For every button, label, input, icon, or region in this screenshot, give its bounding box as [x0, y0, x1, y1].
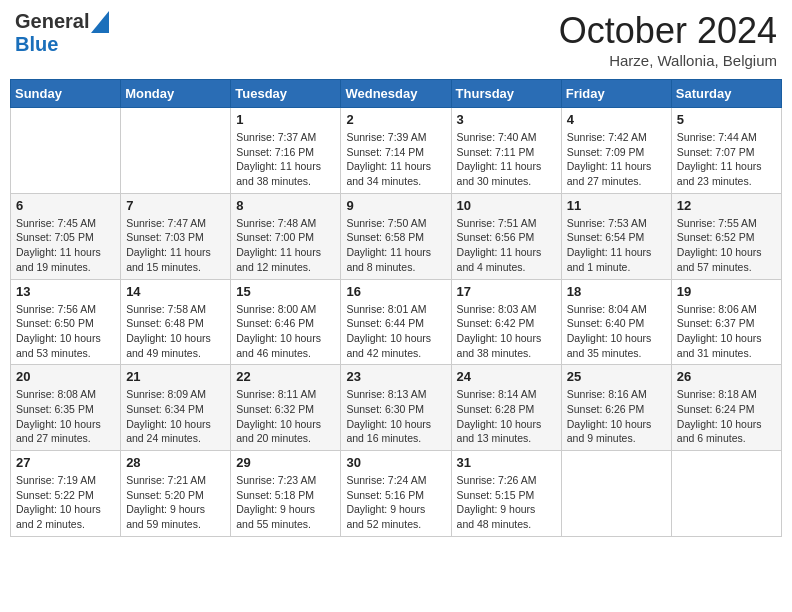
day-number: 6 [16, 198, 115, 213]
calendar-week-row: 6Sunrise: 7:45 AM Sunset: 7:05 PM Daylig… [11, 193, 782, 279]
day-info: Sunrise: 7:24 AM Sunset: 5:16 PM Dayligh… [346, 473, 445, 532]
calendar-cell: 24Sunrise: 8:14 AM Sunset: 6:28 PM Dayli… [451, 365, 561, 451]
day-info: Sunrise: 7:44 AM Sunset: 7:07 PM Dayligh… [677, 130, 776, 189]
calendar-cell: 13Sunrise: 7:56 AM Sunset: 6:50 PM Dayli… [11, 279, 121, 365]
calendar-cell: 9Sunrise: 7:50 AM Sunset: 6:58 PM Daylig… [341, 193, 451, 279]
day-info: Sunrise: 7:39 AM Sunset: 7:14 PM Dayligh… [346, 130, 445, 189]
calendar-cell: 18Sunrise: 8:04 AM Sunset: 6:40 PM Dayli… [561, 279, 671, 365]
calendar-cell: 6Sunrise: 7:45 AM Sunset: 7:05 PM Daylig… [11, 193, 121, 279]
day-info: Sunrise: 8:06 AM Sunset: 6:37 PM Dayligh… [677, 302, 776, 361]
day-of-week-header: Sunday [11, 80, 121, 108]
day-info: Sunrise: 8:16 AM Sunset: 6:26 PM Dayligh… [567, 387, 666, 446]
calendar-cell: 30Sunrise: 7:24 AM Sunset: 5:16 PM Dayli… [341, 451, 451, 537]
logo: General Blue [15, 10, 111, 56]
day-info: Sunrise: 7:45 AM Sunset: 7:05 PM Dayligh… [16, 216, 115, 275]
day-info: Sunrise: 7:58 AM Sunset: 6:48 PM Dayligh… [126, 302, 225, 361]
location-title: Harze, Wallonia, Belgium [559, 52, 777, 69]
calendar-cell: 10Sunrise: 7:51 AM Sunset: 6:56 PM Dayli… [451, 193, 561, 279]
day-number: 13 [16, 284, 115, 299]
logo-general: General [15, 10, 89, 33]
day-number: 28 [126, 455, 225, 470]
calendar-cell [121, 108, 231, 194]
day-number: 9 [346, 198, 445, 213]
title-area: October 2024 Harze, Wallonia, Belgium [559, 10, 777, 69]
day-info: Sunrise: 7:21 AM Sunset: 5:20 PM Dayligh… [126, 473, 225, 532]
calendar-cell: 27Sunrise: 7:19 AM Sunset: 5:22 PM Dayli… [11, 451, 121, 537]
calendar-cell [561, 451, 671, 537]
day-info: Sunrise: 7:37 AM Sunset: 7:16 PM Dayligh… [236, 130, 335, 189]
svg-marker-0 [91, 11, 109, 33]
day-info: Sunrise: 8:11 AM Sunset: 6:32 PM Dayligh… [236, 387, 335, 446]
day-of-week-header: Monday [121, 80, 231, 108]
day-info: Sunrise: 7:26 AM Sunset: 5:15 PM Dayligh… [457, 473, 556, 532]
calendar-week-row: 20Sunrise: 8:08 AM Sunset: 6:35 PM Dayli… [11, 365, 782, 451]
day-info: Sunrise: 8:13 AM Sunset: 6:30 PM Dayligh… [346, 387, 445, 446]
calendar-cell: 25Sunrise: 8:16 AM Sunset: 6:26 PM Dayli… [561, 365, 671, 451]
day-number: 14 [126, 284, 225, 299]
calendar-cell: 15Sunrise: 8:00 AM Sunset: 6:46 PM Dayli… [231, 279, 341, 365]
calendar-cell: 28Sunrise: 7:21 AM Sunset: 5:20 PM Dayli… [121, 451, 231, 537]
calendar-cell: 11Sunrise: 7:53 AM Sunset: 6:54 PM Dayli… [561, 193, 671, 279]
day-info: Sunrise: 8:03 AM Sunset: 6:42 PM Dayligh… [457, 302, 556, 361]
calendar-cell: 5Sunrise: 7:44 AM Sunset: 7:07 PM Daylig… [671, 108, 781, 194]
calendar-week-row: 27Sunrise: 7:19 AM Sunset: 5:22 PM Dayli… [11, 451, 782, 537]
calendar-cell: 19Sunrise: 8:06 AM Sunset: 6:37 PM Dayli… [671, 279, 781, 365]
calendar-cell [671, 451, 781, 537]
calendar-cell: 21Sunrise: 8:09 AM Sunset: 6:34 PM Dayli… [121, 365, 231, 451]
day-info: Sunrise: 8:01 AM Sunset: 6:44 PM Dayligh… [346, 302, 445, 361]
day-info: Sunrise: 7:23 AM Sunset: 5:18 PM Dayligh… [236, 473, 335, 532]
day-number: 18 [567, 284, 666, 299]
day-number: 24 [457, 369, 556, 384]
day-of-week-header: Thursday [451, 80, 561, 108]
calendar-cell: 20Sunrise: 8:08 AM Sunset: 6:35 PM Dayli… [11, 365, 121, 451]
day-number: 21 [126, 369, 225, 384]
day-number: 8 [236, 198, 335, 213]
day-info: Sunrise: 7:51 AM Sunset: 6:56 PM Dayligh… [457, 216, 556, 275]
calendar-cell: 29Sunrise: 7:23 AM Sunset: 5:18 PM Dayli… [231, 451, 341, 537]
day-number: 20 [16, 369, 115, 384]
day-info: Sunrise: 8:08 AM Sunset: 6:35 PM Dayligh… [16, 387, 115, 446]
calendar-cell: 23Sunrise: 8:13 AM Sunset: 6:30 PM Dayli… [341, 365, 451, 451]
day-number: 26 [677, 369, 776, 384]
day-number: 16 [346, 284, 445, 299]
day-number: 5 [677, 112, 776, 127]
day-number: 15 [236, 284, 335, 299]
day-number: 7 [126, 198, 225, 213]
day-number: 19 [677, 284, 776, 299]
day-number: 31 [457, 455, 556, 470]
logo-blue: Blue [15, 33, 58, 55]
day-info: Sunrise: 8:04 AM Sunset: 6:40 PM Dayligh… [567, 302, 666, 361]
day-number: 22 [236, 369, 335, 384]
calendar-cell: 26Sunrise: 8:18 AM Sunset: 6:24 PM Dayli… [671, 365, 781, 451]
calendar-cell: 17Sunrise: 8:03 AM Sunset: 6:42 PM Dayli… [451, 279, 561, 365]
day-number: 4 [567, 112, 666, 127]
day-number: 2 [346, 112, 445, 127]
logo-icon [91, 11, 109, 33]
calendar-cell: 14Sunrise: 7:58 AM Sunset: 6:48 PM Dayli… [121, 279, 231, 365]
day-number: 25 [567, 369, 666, 384]
day-info: Sunrise: 7:56 AM Sunset: 6:50 PM Dayligh… [16, 302, 115, 361]
day-of-week-header: Friday [561, 80, 671, 108]
calendar-header-row: SundayMondayTuesdayWednesdayThursdayFrid… [11, 80, 782, 108]
day-info: Sunrise: 7:47 AM Sunset: 7:03 PM Dayligh… [126, 216, 225, 275]
day-of-week-header: Tuesday [231, 80, 341, 108]
day-number: 12 [677, 198, 776, 213]
calendar-cell: 1Sunrise: 7:37 AM Sunset: 7:16 PM Daylig… [231, 108, 341, 194]
day-number: 27 [16, 455, 115, 470]
calendar-cell: 12Sunrise: 7:55 AM Sunset: 6:52 PM Dayli… [671, 193, 781, 279]
day-info: Sunrise: 8:18 AM Sunset: 6:24 PM Dayligh… [677, 387, 776, 446]
day-info: Sunrise: 7:19 AM Sunset: 5:22 PM Dayligh… [16, 473, 115, 532]
day-info: Sunrise: 7:53 AM Sunset: 6:54 PM Dayligh… [567, 216, 666, 275]
calendar-cell: 31Sunrise: 7:26 AM Sunset: 5:15 PM Dayli… [451, 451, 561, 537]
calendar-cell: 7Sunrise: 7:47 AM Sunset: 7:03 PM Daylig… [121, 193, 231, 279]
day-info: Sunrise: 7:40 AM Sunset: 7:11 PM Dayligh… [457, 130, 556, 189]
day-number: 17 [457, 284, 556, 299]
day-number: 29 [236, 455, 335, 470]
day-number: 11 [567, 198, 666, 213]
day-info: Sunrise: 7:48 AM Sunset: 7:00 PM Dayligh… [236, 216, 335, 275]
day-number: 1 [236, 112, 335, 127]
calendar-cell: 8Sunrise: 7:48 AM Sunset: 7:00 PM Daylig… [231, 193, 341, 279]
day-info: Sunrise: 8:00 AM Sunset: 6:46 PM Dayligh… [236, 302, 335, 361]
calendar-cell: 4Sunrise: 7:42 AM Sunset: 7:09 PM Daylig… [561, 108, 671, 194]
day-of-week-header: Saturday [671, 80, 781, 108]
